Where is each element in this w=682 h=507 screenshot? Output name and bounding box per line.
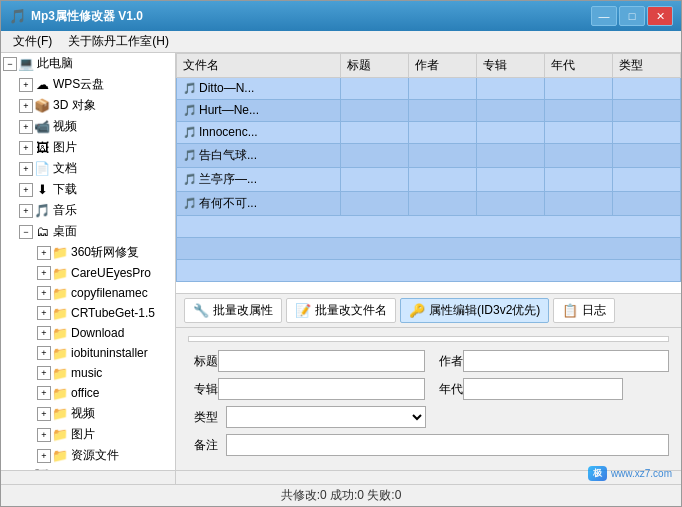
expand-music2[interactable]: +: [37, 366, 51, 380]
note-label: 备注: [188, 437, 218, 454]
expand-wps[interactable]: +: [19, 78, 33, 92]
expand-downloads[interactable]: +: [19, 183, 33, 197]
cell-title: [340, 168, 408, 192]
tab-log-label: 日志: [582, 302, 606, 319]
cell-album: [476, 192, 544, 216]
col-title: 标题: [340, 54, 408, 78]
expand-desktop[interactable]: −: [19, 225, 33, 239]
mp3-icon: 🎵: [183, 104, 197, 118]
tree-item-copyfile[interactable]: + 📁 copyfilenamec: [1, 283, 175, 303]
tree-item-wps[interactable]: + ☁ WPS云盘: [1, 74, 175, 95]
expand-3d[interactable]: +: [19, 99, 33, 113]
file-tree-panel: − 💻 此电脑 + ☁ WPS云盘 + 📦 3D 对象 + 📹 视频 +: [1, 53, 176, 470]
expand-download[interactable]: +: [37, 326, 51, 340]
table-row[interactable]: 🎵Hurt—Ne...: [177, 100, 681, 122]
tree-item-crtube[interactable]: + 📁 CRTubeGet-1.5: [1, 303, 175, 323]
cell-filename: 🎵有何不可...: [177, 192, 341, 216]
status-text: 共修改:0 成功:0 失败:0: [281, 487, 402, 504]
expand-360[interactable]: +: [37, 246, 51, 260]
tree-item-video[interactable]: + 📹 视频: [1, 116, 175, 137]
cell-year: [544, 100, 612, 122]
cell-author: [408, 144, 476, 168]
tree-item-resources[interactable]: + 📁 资源文件: [1, 445, 175, 466]
cell-year: [544, 192, 612, 216]
table-row[interactable]: 🎵Ditto—N...: [177, 78, 681, 100]
tree-item-music[interactable]: + 🎵 音乐: [1, 200, 175, 221]
expand-pictures[interactable]: +: [19, 141, 33, 155]
tree-root[interactable]: − 💻 此电脑: [1, 53, 175, 74]
maximize-button[interactable]: □: [619, 6, 645, 26]
tree-item-office[interactable]: + 📁 office: [1, 383, 175, 403]
expand-video[interactable]: +: [19, 120, 33, 134]
expand-resources[interactable]: +: [37, 449, 51, 463]
tree-item-pictures2[interactable]: + 📁 图片: [1, 424, 175, 445]
album-input[interactable]: [218, 378, 425, 400]
tree-label-wps: WPS云盘: [53, 76, 104, 93]
tab-log[interactable]: 📋 日志: [553, 298, 615, 323]
window-controls: — □ ✕: [591, 6, 673, 26]
menu-file[interactable]: 文件(F): [5, 31, 60, 52]
cell-title: [340, 78, 408, 100]
expand-computer[interactable]: −: [3, 57, 17, 71]
folder-resources-icon: 📁: [52, 448, 68, 464]
left-scrollbar[interactable]: [1, 471, 176, 484]
tree-label-iobit: iobituninstaller: [71, 346, 148, 360]
watermark-logo: 极: [588, 466, 607, 481]
close-button[interactable]: ✕: [647, 6, 673, 26]
tree-item-music2[interactable]: + 📁 music: [1, 363, 175, 383]
watermark-url: www.xz7.com: [611, 468, 672, 479]
edit-panel: 标题 作者 专辑 年代: [176, 328, 681, 470]
form-row-type: 类型: [188, 406, 669, 428]
folder-iobit-icon: 📁: [52, 345, 68, 361]
minimize-button[interactable]: —: [591, 6, 617, 26]
expand-careeyes[interactable]: +: [37, 266, 51, 280]
tree-item-download[interactable]: + 📁 Download: [1, 323, 175, 343]
expand-video2[interactable]: +: [37, 407, 51, 421]
title-bar: 🎵 Mp3属性修改器 V1.0 — □ ✕: [1, 1, 681, 31]
tree-label-desktop: 桌面: [53, 223, 77, 240]
folder-video2-icon: 📁: [52, 406, 68, 422]
tree-item-pictures[interactable]: + 🖼 图片: [1, 137, 175, 158]
expand-crtube[interactable]: +: [37, 306, 51, 320]
tab-attr-edit[interactable]: 🔑 属性编辑(ID3v2优先): [400, 298, 549, 323]
table-row[interactable]: 🎵有何不可...: [177, 192, 681, 216]
expand-copyfile[interactable]: +: [37, 286, 51, 300]
table-row[interactable]: 🎵兰亭序—...: [177, 168, 681, 192]
file-table: 文件名 标题 作者 专辑 年代 类型 🎵Ditto—N...: [176, 53, 681, 282]
tree-label-video2: 视频: [71, 405, 95, 422]
tree-label-crtube: CRTubeGet-1.5: [71, 306, 155, 320]
note-input[interactable]: [226, 434, 669, 456]
menu-about[interactable]: 关于陈丹工作室(H): [60, 31, 177, 52]
tree-item-careeyes[interactable]: + 📁 CareUEyesPro: [1, 263, 175, 283]
table-row[interactable]: 🎵告白气球...: [177, 144, 681, 168]
expand-music[interactable]: +: [19, 204, 33, 218]
expand-iobit[interactable]: +: [37, 346, 51, 360]
tree-label-pictures: 图片: [53, 139, 77, 156]
type-select[interactable]: [226, 406, 426, 428]
tree-label-office: office: [71, 386, 99, 400]
menu-bar: 文件(F) 关于陈丹工作室(H): [1, 31, 681, 53]
tree-item-video2[interactable]: + 📁 视频: [1, 403, 175, 424]
author-input[interactable]: [463, 350, 670, 372]
tab-batch-attributes[interactable]: 🔧 批量改属性: [184, 298, 282, 323]
expand-pictures2[interactable]: +: [37, 428, 51, 442]
tree-item-desktop[interactable]: − 🗂 桌面: [1, 221, 175, 242]
year-input[interactable]: [463, 378, 623, 400]
cell-year: [544, 144, 612, 168]
cell-year: [544, 168, 612, 192]
expand-docs[interactable]: +: [19, 162, 33, 176]
table-row-empty: [177, 260, 681, 282]
tree-label-docs: 文档: [53, 160, 77, 177]
tree-item-docs[interactable]: + 📄 文档: [1, 158, 175, 179]
tree-item-3d[interactable]: + 📦 3D 对象: [1, 95, 175, 116]
tab-batch-filename[interactable]: 📝 批量改文件名: [286, 298, 396, 323]
folder-download-icon: 📁: [52, 325, 68, 341]
tree-item-360[interactable]: + 📁 360斩网修复: [1, 242, 175, 263]
title-label: 标题: [188, 353, 218, 370]
tree-item-iobit[interactable]: + 📁 iobituninstaller: [1, 343, 175, 363]
tree-item-downloads[interactable]: + ⬇ 下载: [1, 179, 175, 200]
expand-office[interactable]: +: [37, 386, 51, 400]
mp3-icon: 🎵: [183, 82, 197, 96]
table-row[interactable]: 🎵Innocenc...: [177, 122, 681, 144]
title-input[interactable]: [218, 350, 425, 372]
